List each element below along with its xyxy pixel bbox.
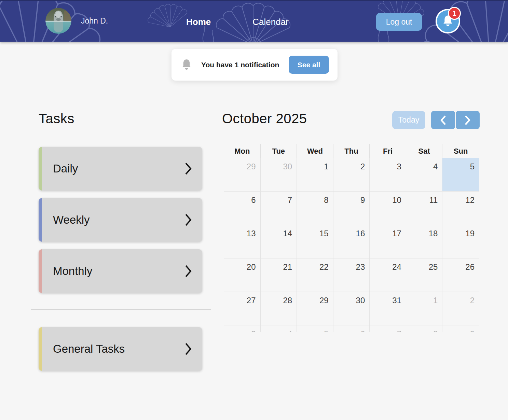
calendar-day-26[interactable]: 26 [442,258,479,292]
nav-home-link[interactable]: Home [186,17,211,27]
calendar-day-24[interactable]: 24 [370,258,406,292]
chevron-right-icon [184,213,192,227]
prev-month-button[interactable] [431,111,455,129]
calendar-day-6[interactable]: 6 [224,192,261,225]
task-card-label: Weekly [42,213,90,226]
calendar-day-10[interactable]: 10 [370,192,406,225]
chevron-left-icon [440,115,446,125]
calendar-title: October 2025 [222,111,307,126]
calendar-day-13[interactable]: 13 [224,225,261,258]
calendar-day-8[interactable]: 8 [297,192,333,225]
calendar-day-9[interactable]: 9 [333,192,370,225]
calendar-day-6-adjacent[interactable]: 6 [333,325,370,332]
task-card-daily[interactable]: Daily [39,147,202,191]
today-button[interactable]: Today [392,111,425,129]
notification-badge: 1 [448,7,461,20]
calendar-day-4[interactable]: 4 [406,158,443,192]
next-month-button[interactable] [456,111,480,129]
calendar-day-7-adjacent[interactable]: 7 [370,325,406,332]
calendar-day-19[interactable]: 19 [442,225,479,258]
calendar-day-12[interactable]: 12 [442,192,479,225]
task-card-label: General Tasks [42,342,125,355]
calendar-day-22[interactable]: 22 [297,258,333,292]
nav-calendar-link[interactable]: Calendar [252,17,289,27]
task-card-general[interactable]: General Tasks [39,327,202,371]
toast-message: You have 1 notification [201,61,279,69]
calendar-day-2-adjacent[interactable]: 2 [442,292,479,325]
calendar-day-5-adjacent[interactable]: 5 [297,325,333,332]
calendar-day-28[interactable]: 28 [261,292,297,325]
day-header-tue: Tue [261,144,297,158]
day-header-mon: Mon [224,144,261,158]
calendar-day-21[interactable]: 21 [261,258,297,292]
logout-button[interactable]: Log out [376,13,422,31]
calendar-day-27[interactable]: 27 [224,292,261,325]
calendar-grid: MonTueWedThuFriSatSun 293012345678910111… [224,144,479,332]
calendar-day-14[interactable]: 14 [261,225,297,258]
chevron-right-icon [465,115,471,125]
calendar-day-29[interactable]: 29 [297,292,333,325]
calendar-day-1-adjacent[interactable]: 1 [406,292,443,325]
calendar-day-17[interactable]: 17 [370,225,406,258]
calendar-day-20[interactable]: 20 [224,258,261,292]
calendar-day-7[interactable]: 7 [261,192,297,225]
day-header-sun: Sun [442,144,479,158]
calendar-day-9-adjacent[interactable]: 9 [442,325,479,332]
see-all-button[interactable]: See all [289,56,329,74]
chevron-right-icon [184,264,192,278]
calendar-day-23[interactable]: 23 [333,258,370,292]
day-header-fri: Fri [370,144,406,158]
notification-toast: You have 1 notification See all [171,49,338,81]
main-nav: Home Calendar [186,1,289,43]
notifications-button[interactable]: 1 [436,8,463,36]
calendar-day-5[interactable]: 5 [442,158,479,192]
navbar: John D. Home Calendar Log out 1 [0,0,508,42]
tasks-title: Tasks [39,111,74,126]
task-card-label: Monthly [42,265,93,278]
calendar-day-29-adjacent[interactable]: 29 [224,158,261,192]
avatar[interactable] [45,8,71,34]
calendar-grid-body: 2930123456789101112131415161718192021222… [224,158,479,332]
calendar-day-18[interactable]: 18 [406,225,443,258]
calendar-day-16[interactable]: 16 [333,225,370,258]
task-card-monthly[interactable]: Monthly [39,249,202,293]
day-header-sat: Sat [406,144,443,158]
calendar-day-30-adjacent[interactable]: 30 [261,158,297,192]
chevron-right-icon [184,342,192,356]
tasks-divider [31,309,211,310]
calendar-day-15[interactable]: 15 [297,225,333,258]
calendar-day-headers: MonTueWedThuFriSatSun [224,144,479,158]
calendar-day-8-adjacent[interactable]: 8 [406,325,443,332]
calendar-day-30[interactable]: 30 [333,292,370,325]
calendar-day-25[interactable]: 25 [406,258,443,292]
user-name: John D. [81,16,108,26]
calendar-day-31[interactable]: 31 [370,292,406,325]
calendar-day-1[interactable]: 1 [297,158,333,192]
calendar-day-11[interactable]: 11 [406,192,443,225]
day-header-wed: Wed [297,144,333,158]
day-header-thu: Thu [333,144,370,158]
calendar-day-3-adjacent[interactable]: 3 [224,325,261,332]
calendar-day-2[interactable]: 2 [333,158,370,192]
calendar-day-4-adjacent[interactable]: 4 [261,325,297,332]
task-card-weekly[interactable]: Weekly [39,198,202,242]
calendar-day-3[interactable]: 3 [370,158,406,192]
chevron-right-icon [184,162,192,176]
notification-bell-icon [181,59,192,71]
task-card-label: Daily [42,162,78,175]
